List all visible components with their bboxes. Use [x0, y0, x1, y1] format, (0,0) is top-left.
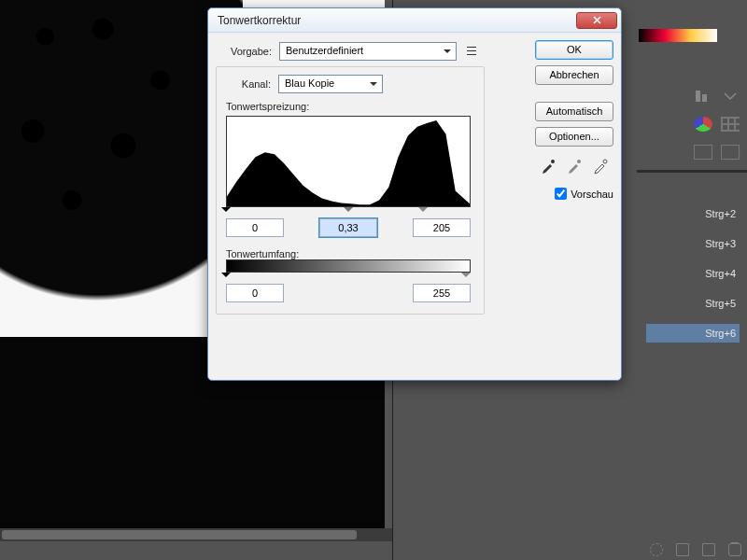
- adjustment-icon[interactable]: [694, 89, 712, 104]
- selection-icon[interactable]: [650, 543, 663, 556]
- white-point-slider[interactable]: [418, 207, 428, 217]
- channel-shortcut-row[interactable]: Strg+3: [646, 234, 740, 253]
- output-slider-track[interactable]: [226, 273, 471, 282]
- new-item-icon[interactable]: [702, 543, 715, 556]
- gray-eyedropper-icon[interactable]: [566, 158, 583, 175]
- preview-checkbox[interactable]: [555, 188, 567, 200]
- svg-point-4: [603, 160, 607, 163]
- input-levels-label: Tonwertspreizung:: [226, 101, 474, 112]
- gamma-slider[interactable]: [344, 207, 353, 217]
- options-button[interactable]: Optionen...: [535, 127, 613, 147]
- histogram-chart: [227, 117, 470, 207]
- histogram[interactable]: [226, 116, 471, 207]
- channel-shortcut-row[interactable]: Strg+6: [646, 324, 740, 343]
- channel-shortcut-label: Strg+2: [705, 208, 740, 219]
- preset-combo[interactable]: Benutzerdefiniert: [279, 42, 457, 61]
- auto-button[interactable]: Automatisch: [535, 102, 613, 121]
- black-eyedropper-icon[interactable]: [540, 158, 557, 175]
- preset-value: Benutzerdefiniert: [286, 45, 363, 56]
- channel-shortcut-label: Strg+4: [705, 268, 740, 279]
- levels-dialog: Tonwertkorrektur Vorgabe: Benutzerdefini…: [207, 7, 622, 381]
- panel-footer-icons: [650, 543, 741, 556]
- output-gradient[interactable]: [226, 259, 471, 273]
- panel-icons-row-1: [694, 89, 740, 104]
- canvas-horizontal-scrollbar[interactable]: [0, 528, 392, 541]
- dialog-title: Tonwertkorrektur: [218, 14, 301, 27]
- preset-menu-icon[interactable]: [464, 44, 479, 59]
- dialog-button-column: OK Abbrechen Automatisch Optionen... Vor…: [529, 40, 613, 200]
- layers-stack-icon[interactable]: [721, 145, 740, 160]
- svg-point-3: [577, 160, 581, 163]
- preset-label: Vorgabe:: [216, 46, 272, 57]
- input-gamma-field[interactable]: [319, 218, 377, 237]
- channel-shortcut-row[interactable]: Strg+4: [646, 264, 740, 283]
- eyedropper-row: [535, 158, 613, 175]
- preview-checkbox-row[interactable]: Vorschau: [555, 188, 613, 200]
- close-button[interactable]: [576, 12, 617, 29]
- chevron-down-icon[interactable]: [721, 89, 740, 104]
- output-white-slider[interactable]: [461, 273, 471, 282]
- layer-icon[interactable]: [694, 145, 712, 160]
- svg-point-2: [551, 160, 555, 163]
- rgb-circles-icon[interactable]: [694, 117, 712, 132]
- canvas-tree-silhouette: [0, 0, 243, 378]
- swatches-grid-icon[interactable]: [721, 117, 740, 132]
- panel-icons-row-2: [694, 117, 740, 132]
- channel-shortcut-label: Strg+5: [705, 298, 740, 309]
- trash-icon[interactable]: [728, 543, 741, 556]
- dialog-titlebar[interactable]: Tonwertkorrektur: [208, 8, 621, 33]
- output-black-slider[interactable]: [221, 273, 231, 282]
- close-icon: [593, 16, 601, 24]
- input-slider-track[interactable]: [226, 207, 471, 217]
- channel-shortcut-row[interactable]: Strg+2: [646, 204, 740, 223]
- output-black-field[interactable]: [226, 284, 284, 302]
- channel-label: Kanal:: [226, 78, 271, 90]
- input-black-field[interactable]: [226, 218, 284, 237]
- scrollbar-thumb[interactable]: [2, 530, 357, 539]
- input-white-field[interactable]: [413, 218, 471, 237]
- panel-icons-row-3: [694, 145, 740, 160]
- levels-frame: Kanal: Blau Kopie Tonwertspreizung: Tonw…: [216, 66, 485, 315]
- panel-separator: [637, 170, 747, 173]
- channel-shortcut-row[interactable]: Strg+5: [646, 294, 740, 313]
- white-eyedropper-icon[interactable]: [592, 158, 609, 175]
- channel-shortcut-label: Strg+3: [705, 238, 740, 249]
- gradient-swatch[interactable]: [639, 29, 717, 42]
- black-point-slider[interactable]: [221, 207, 231, 217]
- svg-rect-0: [696, 91, 700, 102]
- output-white-field[interactable]: [413, 284, 471, 302]
- channel-shortcut-label: Strg+6: [705, 328, 740, 339]
- ok-button[interactable]: OK: [535, 40, 613, 60]
- cancel-button[interactable]: Abbrechen: [535, 65, 613, 85]
- svg-rect-1: [702, 94, 707, 102]
- preview-label: Vorschau: [571, 189, 613, 200]
- output-levels-label: Tonwertumfang:: [226, 248, 474, 259]
- mask-icon[interactable]: [676, 543, 689, 556]
- channel-value: Blau Kopie: [285, 77, 334, 89]
- channel-combo[interactable]: Blau Kopie: [278, 75, 383, 93]
